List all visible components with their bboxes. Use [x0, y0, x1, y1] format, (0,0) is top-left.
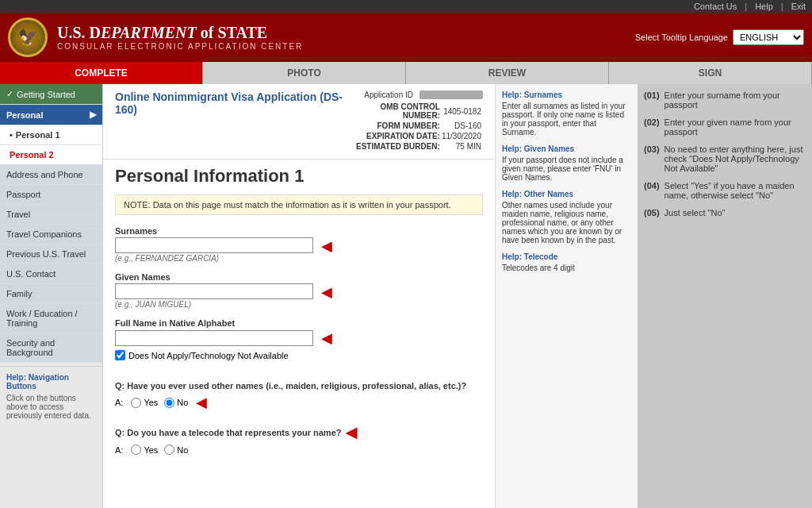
- does-not-apply-row: Does Not Apply/Technology Not Available: [115, 350, 483, 360]
- given-names-arrow-icon: ◀: [321, 283, 332, 301]
- form-meta-table: OMB CONTROL NUMBER: 1405-0182 FORM NUMBE…: [348, 101, 483, 152]
- given-names-placeholder: (e.g., JUAN MIGUEL): [115, 300, 313, 309]
- tab-photo[interactable]: PHOTO: [203, 62, 406, 84]
- annotation-text-3: No need to enter anything here, just che…: [665, 144, 806, 173]
- other-names-yes-label[interactable]: Yes: [131, 398, 158, 408]
- bullet-icon: •: [10, 130, 13, 140]
- sidebar: ✓ Getting Started Personal ▶ • Personal …: [0, 84, 103, 508]
- help-other-names: Help: Other Names Other names used inclu…: [502, 190, 631, 244]
- site-subtitle: CONSULAR ELECTRONIC APPLICATION CENTER: [57, 42, 303, 51]
- does-not-apply-label: Does Not Apply/Technology Not Available: [128, 351, 289, 360]
- sidebar-help-section: Help: Navigation Buttons Click on the bu…: [0, 366, 102, 426]
- annotation-5: (05) Just select "No": [644, 208, 806, 217]
- form-fields-section: Surnames (e.g., FERNANDEZ GARCIA) ◀ Give…: [103, 220, 495, 376]
- language-label: Select Tooltip Language: [635, 33, 728, 42]
- annotation-text-2: Enter your given name from your passport: [665, 117, 806, 137]
- given-names-label: Given Names: [115, 272, 313, 282]
- page-title: Personal Information 1: [103, 160, 495, 190]
- help-telecode-title: Help: Telecode: [502, 252, 631, 261]
- telecode-no-label[interactable]: No: [164, 444, 188, 455]
- other-names-no-radio[interactable]: [164, 398, 174, 408]
- other-names-radio-group: Yes No: [131, 398, 188, 408]
- help-other-names-title: Help: Other Names: [502, 190, 631, 198]
- telecode-no-radio[interactable]: [164, 444, 174, 455]
- site-title: U.S. DEPARTMENT of STATE CONSULAR ELECTR…: [57, 24, 303, 51]
- surnames-input[interactable]: [115, 237, 313, 253]
- application-title: Online Nonimmigrant Visa Application (DS…: [115, 90, 348, 116]
- telecode-radio-group: Yes No: [131, 444, 188, 455]
- sidebar-item-travel-companions[interactable]: Travel Companions: [0, 225, 102, 244]
- language-select[interactable]: ENGLISH ESPAÑOL FRANÇAIS: [733, 29, 804, 45]
- sidebar-item-personal1[interactable]: • Personal 1: [0, 125, 102, 145]
- sidebar-personal2-label: Personal 2: [10, 150, 54, 160]
- app-id-value: [419, 90, 483, 99]
- answer-label-1: A:: [115, 398, 123, 407]
- contact-us-link[interactable]: Contact Us: [694, 2, 737, 11]
- help-given-names-title: Help: Given Names: [502, 144, 631, 153]
- language-selector-area: Select Tooltip Language ENGLISH ESPAÑOL …: [635, 29, 804, 45]
- annotation-text-5: Just select "No": [665, 208, 726, 217]
- sidebar-item-work-education[interactable]: Work / Education / Training: [0, 304, 102, 333]
- qa-section: Q: Have you ever used other names (i.e.,…: [103, 376, 495, 466]
- telecode-yes-radio[interactable]: [131, 444, 141, 455]
- help-given-names: Help: Given Names If your passport does …: [502, 144, 631, 182]
- annotation-area: (01) Enter your surname from your passpo…: [638, 84, 812, 508]
- sidebar-item-personal[interactable]: Personal ▶: [0, 105, 102, 125]
- sidebar-item-travel[interactable]: Travel: [0, 205, 102, 225]
- sidebar-item-personal2[interactable]: Personal 2: [0, 145, 102, 165]
- tab-complete[interactable]: COMPLETE: [0, 62, 203, 84]
- other-names-yes-radio[interactable]: [131, 398, 141, 408]
- native-name-arrow-icon: ◀: [321, 329, 332, 347]
- sidebar-personal1-label: Personal 1: [16, 130, 60, 140]
- other-names-answer: A: Yes No ◀: [115, 394, 466, 411]
- top-bar: Contact Us | Help | Exit: [0, 0, 812, 13]
- telecode-arrow-icon: ◀: [346, 424, 357, 441]
- nav-tabs: COMPLETE PHOTO REVIEW SIGN: [0, 62, 812, 84]
- does-not-apply-checkbox[interactable]: [115, 350, 125, 360]
- help-panel: Help: Surnames Enter all surnames as lis…: [495, 84, 638, 508]
- help-surnames-text: Enter all surnames as listed in your pas…: [502, 102, 631, 137]
- sidebar-getting-started-label: Getting Started: [17, 90, 75, 99]
- help-given-names-text: If your passport does not include a give…: [502, 156, 631, 182]
- tab-review[interactable]: REVIEW: [406, 62, 609, 84]
- other-names-no-label[interactable]: No: [164, 398, 188, 408]
- help-other-names-text: Other names used include your maiden nam…: [502, 201, 631, 244]
- exit-link[interactable]: Exit: [791, 2, 806, 11]
- sidebar-item-address[interactable]: Address and Phone: [0, 165, 102, 185]
- help-telecode: Help: Telecode Telecodes are 4 digit: [502, 252, 631, 272]
- sidebar-item-passport[interactable]: Passport: [0, 185, 102, 205]
- help-link[interactable]: Help: [755, 2, 773, 11]
- given-names-field-group: Given Names (e.g., JUAN MIGUEL): [115, 272, 313, 309]
- annotation-4: (04) Select "Yes" if you have a maiden n…: [644, 181, 806, 200]
- sidebar-item-us-contact[interactable]: U.S. Contact: [0, 264, 102, 284]
- telecode-answer: A: Yes No: [115, 444, 357, 455]
- content-header: Online Nonimmigrant Visa Application (DS…: [103, 84, 495, 160]
- main-content: Online Nonimmigrant Visa Application (DS…: [103, 84, 495, 508]
- other-names-arrow-icon: ◀: [196, 394, 207, 411]
- surnames-placeholder: (e.g., FERNANDEZ GARCIA): [115, 254, 313, 263]
- annotation-num-2: (02): [644, 117, 660, 127]
- help-surnames-title: Help: Surnames: [502, 90, 631, 99]
- sidebar-help-title: Help: Navigation Buttons: [6, 373, 96, 391]
- annotation-num-3: (03): [644, 144, 660, 154]
- sidebar-item-security[interactable]: Security and Background: [0, 333, 102, 363]
- sidebar-item-previous-us-travel[interactable]: Previous U.S. Travel: [0, 244, 102, 264]
- tab-sign[interactable]: SIGN: [609, 62, 812, 84]
- note-box: NOTE: Data on this page must match the i…: [115, 194, 483, 215]
- help-surnames: Help: Surnames Enter all surnames as lis…: [502, 90, 631, 137]
- telecode-question-group: Q: Do you have a telecode that represent…: [115, 424, 357, 461]
- annotation-num-4: (04): [644, 181, 660, 190]
- annotation-1: (01) Enter your surname from your passpo…: [644, 90, 806, 110]
- help-telecode-text: Telecodes are 4 digit: [502, 264, 631, 272]
- surnames-label: Surnames: [115, 226, 313, 236]
- sidebar-item-getting-started[interactable]: ✓ Getting Started: [0, 84, 102, 105]
- arrow-icon: ▶: [90, 110, 96, 120]
- given-names-input[interactable]: [115, 283, 313, 299]
- sidebar-item-family[interactable]: Family: [0, 284, 102, 304]
- telecode-yes-label[interactable]: Yes: [131, 444, 158, 455]
- other-names-question: Q: Have you ever used other names (i.e.,…: [115, 381, 466, 391]
- surnames-field-group: Surnames (e.g., FERNANDEZ GARCIA): [115, 226, 313, 263]
- native-name-input[interactable]: [115, 330, 313, 346]
- department-seal: 🦅: [8, 17, 48, 57]
- site-header: 🦅 U.S. DEPARTMENT of STATE CONSULAR ELEC…: [0, 13, 812, 62]
